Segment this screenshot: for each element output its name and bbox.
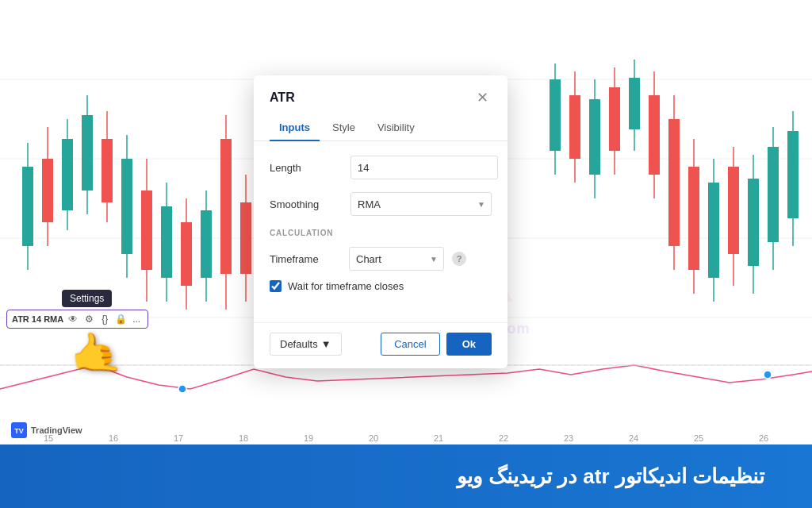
svg-point-56 — [764, 371, 772, 379]
smoothing-label: Smoothing — [270, 198, 341, 210]
length-input[interactable] — [350, 156, 498, 179]
close-button[interactable]: ✕ — [473, 88, 492, 107]
svg-rect-28 — [240, 202, 251, 274]
more-icon[interactable]: ... — [130, 313, 143, 325]
x-label-19: 19 — [304, 433, 313, 443]
svg-rect-38 — [629, 78, 640, 129]
svg-rect-24 — [201, 210, 212, 278]
settings-icon[interactable]: ⚙ — [82, 313, 95, 325]
svg-rect-34 — [589, 99, 600, 175]
tv-logo-icon: TV — [11, 422, 27, 438]
bottom-banner-text: تنظیمات اندیکاتور atr در تریدینگ ویو — [457, 464, 764, 489]
indicator-bar[interactable]: ATR 14 RMA 👁 ⚙ {} 🔒 ... — [6, 310, 148, 329]
help-icon[interactable]: ? — [452, 252, 466, 266]
x-label-24: 24 — [629, 433, 638, 443]
smoothing-select[interactable]: RMA SMA EMA WMA — [350, 192, 492, 216]
defaults-button[interactable]: Defaults ▼ — [270, 333, 342, 356]
lock-icon[interactable]: 🔒 — [114, 313, 127, 325]
code-icon[interactable]: {} — [98, 313, 111, 325]
svg-rect-46 — [708, 183, 719, 278]
ok-button[interactable]: Ok — [446, 333, 492, 356]
svg-rect-54 — [787, 131, 799, 218]
tab-inputs[interactable]: Inputs — [270, 115, 320, 141]
timeframe-select[interactable]: Chart 1 5 15 60 D W — [349, 247, 444, 271]
timeframe-label: Timeframe — [270, 253, 341, 265]
tab-visibility[interactable]: Visibility — [368, 115, 424, 141]
x-label-26: 26 — [759, 433, 768, 443]
svg-rect-44 — [688, 167, 699, 270]
x-label-17: 17 — [174, 433, 183, 443]
x-label-20: 20 — [369, 433, 378, 443]
svg-rect-12 — [82, 115, 93, 190]
svg-rect-40 — [649, 95, 660, 175]
calculation-section-label: CALCULATION — [270, 229, 492, 237]
wait-label: Wait for timeframe closes — [288, 280, 404, 292]
svg-rect-52 — [768, 147, 779, 242]
cancel-button[interactable]: Cancel — [381, 333, 439, 356]
settings-tooltip-text: Settings — [70, 293, 104, 304]
bottom-banner: تنظیمات اندیکاتور atr در تریدینگ ویو — [0, 444, 812, 508]
defaults-label: Defaults — [280, 338, 318, 350]
svg-rect-16 — [121, 159, 132, 254]
settings-tooltip: Settings — [62, 290, 112, 307]
svg-rect-18 — [141, 190, 152, 270]
cursor-hand: 🤙 — [66, 325, 125, 382]
x-label-16: 16 — [109, 433, 118, 443]
svg-point-55 — [178, 385, 186, 393]
timeframe-row: Timeframe Chart 1 5 15 60 D W ▼ ? — [270, 247, 492, 271]
defaults-arrow-icon: ▼ — [321, 338, 331, 350]
modal-body: Length Smoothing RMA SMA EMA WMA ▼ CALCU… — [254, 141, 508, 322]
x-label-23: 23 — [564, 433, 573, 443]
svg-rect-14 — [102, 139, 113, 202]
modal-footer: Defaults ▼ Cancel Ok — [254, 322, 508, 368]
atr-modal[interactable]: ATR ✕ Inputs Style Visibility Length Smo… — [254, 75, 508, 368]
wait-checkbox[interactable] — [270, 280, 282, 292]
svg-rect-8 — [42, 159, 53, 222]
modal-tabs: Inputs Style Visibility — [254, 115, 508, 141]
svg-rect-10 — [62, 139, 73, 210]
x-label-22: 22 — [499, 433, 508, 443]
x-label-18: 18 — [239, 433, 248, 443]
svg-rect-42 — [668, 119, 680, 246]
footer-right: Cancel Ok — [381, 333, 492, 356]
svg-text:TV: TV — [14, 427, 24, 435]
tv-logo-text: TradingView — [31, 425, 82, 435]
svg-rect-32 — [569, 95, 580, 159]
length-label: Length — [270, 162, 341, 174]
svg-rect-20 — [161, 206, 172, 278]
x-axis: 15 16 17 18 19 20 21 22 23 24 25 26 — [0, 433, 812, 443]
smoothing-select-wrapper: RMA SMA EMA WMA ▼ — [350, 192, 492, 216]
smoothing-row: Smoothing RMA SMA EMA WMA ▼ — [270, 192, 492, 216]
svg-rect-6 — [22, 167, 33, 246]
x-label-25: 25 — [694, 433, 703, 443]
svg-rect-50 — [748, 179, 759, 266]
wait-checkbox-row: Wait for timeframe closes — [270, 280, 492, 292]
timeframe-select-wrapper: Chart 1 5 15 60 D W ▼ — [349, 247, 444, 271]
tab-style[interactable]: Style — [323, 115, 365, 141]
x-label-21: 21 — [434, 433, 443, 443]
length-row: Length — [270, 156, 492, 179]
svg-rect-36 — [609, 87, 620, 151]
svg-rect-22 — [181, 222, 192, 286]
indicator-label: ATR 14 RMA — [12, 314, 63, 324]
eye-icon[interactable]: 👁 — [67, 313, 79, 325]
svg-rect-26 — [220, 139, 232, 274]
svg-rect-30 — [550, 79, 561, 151]
tradingview-logo: TV TradingView — [11, 422, 82, 438]
svg-rect-48 — [728, 167, 739, 254]
modal-header: ATR ✕ — [254, 75, 508, 107]
modal-title: ATR — [270, 90, 295, 105]
